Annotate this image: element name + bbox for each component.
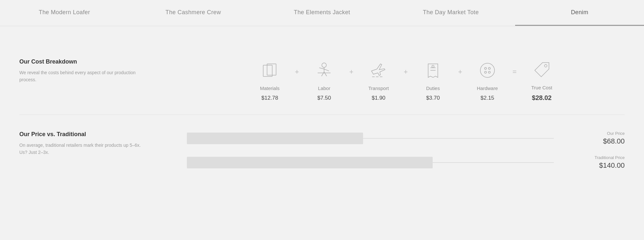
price-comparison-label: Our Price vs. Traditional On average, tr… — [19, 131, 187, 156]
materials-label: Materials — [260, 85, 280, 91]
labor-value: $7.50 — [317, 95, 331, 101]
cost-item-transport: Transport $1.90 — [356, 59, 401, 101]
duties-svg — [423, 61, 443, 80]
cost-item-labor: Labor $7.50 — [302, 59, 347, 101]
price-comparison-description: On average, traditional retailers mark t… — [19, 142, 142, 156]
svg-point-20 — [488, 71, 490, 73]
operator-equals: = — [510, 68, 519, 92]
tab-elements-jacket[interactable]: The Elements Jacket — [258, 0, 387, 26]
price-comparison-title: Our Price vs. Traditional — [19, 131, 174, 138]
traditional-price-amount: $140.00 — [560, 161, 625, 170]
price-bars-container: Our Price $68.00 Traditional Price $140.… — [187, 131, 625, 179]
operator-plus-2: + — [347, 68, 356, 92]
tab-denim[interactable]: Denim — [515, 0, 644, 26]
operator-plus-4: + — [456, 68, 465, 92]
labor-label: Labor — [318, 85, 330, 91]
traditional-price-bar-container — [187, 157, 554, 168]
tab-cashmere-crew[interactable]: The Cashmere Crew — [129, 0, 258, 26]
cost-item-hardware: Hardware $2.15 — [465, 59, 510, 101]
transport-label: Transport — [368, 85, 389, 91]
our-price-name: Our Price — [560, 131, 625, 136]
navigation-tabs: The Modern Loafer The Cashmere Crew The … — [0, 0, 644, 26]
price-comparison-section: Our Price vs. Traditional On average, tr… — [0, 125, 644, 192]
materials-value: $12.78 — [261, 95, 278, 101]
hardware-icon — [476, 59, 499, 82]
svg-point-19 — [485, 71, 486, 73]
our-price-row: Our Price $68.00 — [187, 131, 625, 145]
svg-point-2 — [322, 63, 326, 67]
true-cost-value: $28.02 — [532, 94, 552, 102]
cost-items-row: Materials $12.78 + — [187, 58, 625, 102]
svg-point-16 — [480, 63, 495, 77]
true-cost-icon — [531, 58, 553, 81]
labor-icon — [313, 59, 335, 82]
svg-point-21 — [544, 65, 547, 67]
cost-breakdown-title: Our Cost Breakdown — [19, 58, 174, 65]
labor-svg — [314, 61, 334, 80]
operator-plus-3: + — [401, 68, 410, 92]
hardware-label: Hardware — [477, 85, 498, 91]
cost-item-true-cost: True Cost $28.02 — [519, 58, 564, 102]
cost-item-duties: Duties $3.70 — [410, 59, 456, 101]
svg-line-6 — [322, 72, 324, 76]
operator-plus-1: + — [292, 68, 302, 92]
cost-breakdown-label: Our Cost Breakdown We reveal the costs b… — [19, 58, 187, 84]
section-divider — [19, 115, 625, 115]
duties-icon — [422, 59, 444, 82]
cost-breakdown-description: We reveal the costs behind every aspect … — [19, 69, 142, 84]
our-price-fill — [187, 133, 363, 144]
tab-modern-loafer[interactable]: The Modern Loafer — [0, 0, 129, 26]
svg-rect-0 — [263, 65, 272, 76]
true-cost-label: True Cost — [531, 85, 552, 90]
transport-svg — [369, 61, 388, 80]
materials-svg — [260, 61, 279, 80]
materials-icon — [258, 59, 281, 82]
true-cost-svg — [532, 60, 552, 79]
tab-day-market-tote[interactable]: The Day Market Tote — [386, 0, 515, 26]
svg-line-4 — [319, 68, 324, 69]
transport-icon — [367, 59, 390, 82]
hardware-svg — [478, 61, 497, 80]
transport-value: $1.90 — [372, 95, 386, 101]
duties-value: $3.70 — [426, 95, 440, 101]
our-price-label-right: Our Price $68.00 — [554, 131, 625, 145]
cost-breakdown-section: Our Cost Breakdown We reveal the costs b… — [0, 45, 644, 115]
cost-item-materials: Materials $12.78 — [247, 59, 292, 101]
svg-line-5 — [324, 69, 329, 71]
traditional-price-fill — [187, 157, 433, 168]
traditional-price-row: Traditional Price $140.00 — [187, 155, 625, 170]
svg-point-17 — [485, 67, 486, 69]
traditional-price-name: Traditional Price — [560, 155, 625, 160]
duties-label: Duties — [426, 85, 440, 91]
svg-line-7 — [324, 72, 327, 76]
traditional-price-label-right: Traditional Price $140.00 — [554, 155, 625, 170]
main-content: Our Cost Breakdown We reveal the costs b… — [0, 26, 644, 212]
our-price-amount: $68.00 — [560, 137, 625, 145]
svg-point-18 — [488, 67, 490, 69]
our-price-bar-container — [187, 133, 554, 144]
svg-rect-1 — [267, 64, 276, 75]
hardware-value: $2.15 — [481, 95, 495, 101]
